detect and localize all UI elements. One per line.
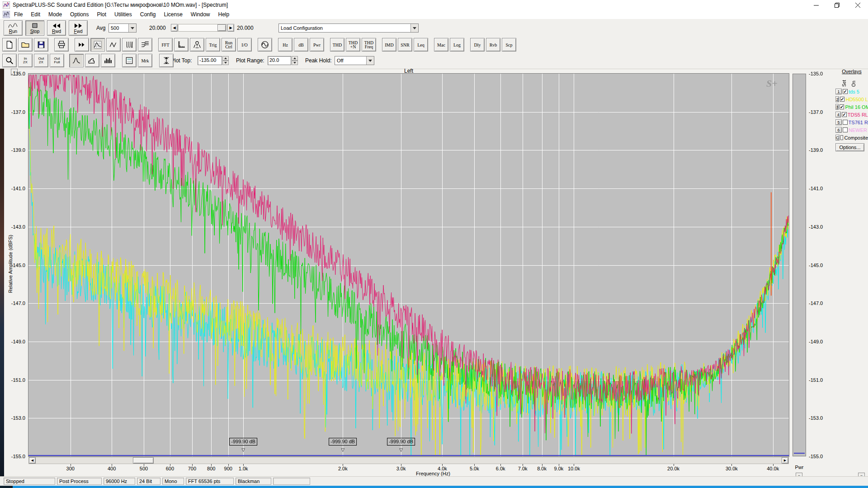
new-file-button[interactable] (2, 38, 17, 52)
overlay-checkbox-5[interactable] (843, 120, 848, 125)
post-process-button[interactable] (75, 38, 89, 52)
snr-button[interactable]: SNR (398, 38, 412, 52)
slider-left-arrow[interactable]: ◀ (171, 24, 178, 32)
peak-hold-select[interactable]: Off (335, 56, 374, 65)
print-icon (57, 41, 66, 49)
zoom-out-2x-button[interactable]: Out 2X (34, 54, 48, 67)
menu-item-utilities[interactable]: Utilities (110, 10, 136, 19)
zoom-in-2x-button[interactable]: In 2X (18, 54, 33, 67)
overlay-set-button-4[interactable]: 4 (835, 112, 841, 117)
spectrum-plot[interactable] (28, 74, 789, 456)
save-file-button[interactable] (34, 38, 48, 52)
overlay-set-button-5[interactable]: 5 (835, 119, 842, 125)
display-options-button[interactable] (122, 54, 137, 67)
overlay-set-button-3[interactable]: 3 (835, 104, 839, 110)
scaling-button[interactable] (174, 38, 189, 52)
overlay-checkbox-1[interactable]: ✓ (843, 89, 848, 94)
marker-arrow-icon[interactable]: ▽ (341, 448, 344, 452)
restore-button[interactable] (826, 0, 847, 10)
leq-button[interactable]: Leq (414, 38, 428, 52)
overlay-set-button-2[interactable]: 2 (835, 96, 839, 102)
scp-button[interactable]: Scp (502, 38, 516, 52)
marker-arrow-icon[interactable]: ▽ (241, 448, 245, 452)
slider-right-arrow[interactable]: ▶ (227, 24, 234, 32)
thd-n-button[interactable]: THD +N (346, 38, 360, 52)
frequency-slider-track[interactable] (178, 24, 227, 32)
time-series-view-button[interactable] (106, 38, 121, 52)
vertical-scale-button[interactable] (159, 54, 174, 67)
curve-plot-button[interactable] (69, 54, 84, 67)
mac-button[interactable]: Mac (434, 38, 448, 52)
overlay-checkbox-3[interactable]: ✓ (840, 104, 844, 109)
scroll-left-arrow[interactable]: ◀ (29, 457, 36, 464)
spectrogram-view-button[interactable] (122, 38, 137, 52)
markers-button[interactable]: Mrk (138, 54, 152, 67)
plot-top-spinner[interactable] (222, 56, 229, 65)
rvb-button[interactable]: Rvb (486, 38, 500, 52)
marker-value-label[interactable]: -999.90 dB (329, 438, 357, 446)
step-plot-button[interactable] (85, 54, 99, 67)
marker-arrow-icon[interactable]: ▽ (399, 448, 403, 452)
marker-value-label[interactable]: -999.90 dB (387, 438, 415, 446)
thd-button[interactable]: THD (330, 38, 344, 52)
forward-button[interactable]: Fwd (69, 20, 88, 36)
menu-item-config[interactable]: Config (136, 10, 160, 19)
imd-button[interactable]: IMD (382, 38, 396, 52)
menu-item-file[interactable]: File (10, 10, 27, 19)
frequency-slider-thumb[interactable] (217, 24, 226, 31)
overlay-checkbox-4[interactable]: ✓ (842, 112, 846, 117)
log-button[interactable]: Log (450, 38, 464, 52)
signal-generator-button[interactable] (258, 38, 272, 52)
overlay-checkbox-c[interactable] (840, 135, 844, 140)
load-configuration-select[interactable]: Load Configuration (278, 23, 419, 33)
scroll-right-arrow[interactable]: ▶ (782, 457, 788, 464)
overlays-link[interactable]: Overlays (842, 69, 861, 74)
io-settings-button[interactable]: I/O (237, 38, 252, 52)
fft-settings-button[interactable]: FFT (158, 38, 173, 52)
stop-button[interactable]: Stop (25, 20, 44, 36)
scroll-thumb[interactable] (133, 457, 154, 464)
menu-item-window[interactable]: Window (187, 10, 214, 19)
overlay-set-button-c[interactable]: C (835, 135, 840, 141)
overlay-set-button-1[interactable]: 1 (835, 89, 842, 94)
dropdown-arrow-icon[interactable] (128, 24, 136, 32)
menu-item-edit[interactable]: Edit (27, 10, 44, 19)
plot-range-spinner[interactable] (292, 56, 298, 65)
mic-calibration-button[interactable] (190, 38, 204, 52)
hz-button[interactable]: Hz (278, 38, 292, 52)
thd-freq-button[interactable]: THD Freq (362, 38, 376, 52)
marker-value-label[interactable]: -999.90 dB (229, 438, 257, 446)
bar-plot-button[interactable] (101, 54, 115, 67)
zoom-button[interactable] (2, 54, 17, 67)
open-file-button[interactable] (18, 38, 33, 52)
run-button[interactable]: Run (4, 20, 23, 36)
close-button[interactable] (847, 0, 868, 10)
run-control-button[interactable]: Run Ctrl (222, 38, 236, 52)
surface-view-button[interactable] (138, 38, 152, 52)
pwr-button[interactable]: Pwr (310, 38, 324, 52)
menu-item-options[interactable]: Options (66, 10, 93, 19)
spectrum-view-button[interactable] (90, 38, 105, 52)
overlay-checkbox-2[interactable]: ✓ (840, 97, 844, 102)
power-level-line (794, 453, 805, 454)
dly-button[interactable]: Dly (470, 38, 485, 52)
menu-item-help[interactable]: Help (214, 10, 234, 19)
rewind-button[interactable]: Rwd (47, 20, 66, 36)
menu-item-mode[interactable]: Mode (44, 10, 66, 19)
plot-range-input[interactable]: 20.0 (268, 56, 291, 65)
dropdown-arrow-icon[interactable] (366, 56, 374, 65)
overlay-set-button-6[interactable]: 6 (835, 127, 842, 133)
plot-top-input[interactable]: -135.00 (198, 56, 222, 65)
minimize-button[interactable] (806, 0, 826, 10)
trigger-button[interactable]: Trig (206, 38, 220, 52)
horizontal-scrollbar[interactable]: ◀ ▶ (28, 457, 789, 464)
overlay-checkbox-6[interactable] (843, 127, 848, 132)
zoom-out-full-button[interactable]: Out Full (50, 54, 64, 67)
dropdown-arrow-icon[interactable] (410, 24, 418, 32)
db-button[interactable]: dB (294, 38, 308, 52)
menu-item-plot[interactable]: Plot (93, 10, 110, 19)
overlays-options-button[interactable]: Options... (835, 143, 864, 151)
print-button[interactable] (54, 38, 69, 52)
avg-select[interactable]: 500 (108, 23, 137, 33)
menu-item-license[interactable]: License (160, 10, 186, 19)
